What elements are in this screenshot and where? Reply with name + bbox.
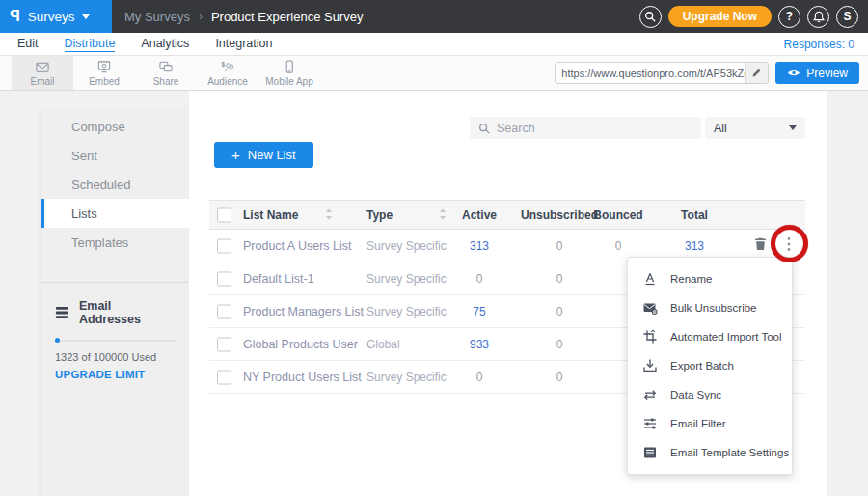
sidebar-items: ComposeSentScheduledListsTemplates <box>41 112 189 257</box>
notifications-button[interactable] <box>807 6 829 28</box>
nav-tab-integration[interactable]: Integration <box>215 37 272 52</box>
count-total: 313 <box>665 239 723 253</box>
menu-item-data-sync[interactable]: Data Sync <box>628 380 792 409</box>
upgrade-now-button[interactable]: Upgrade Now <box>668 6 772 27</box>
column-header-total: Total <box>665 208 723 222</box>
plus-icon: + <box>231 147 240 163</box>
automated-import-icon <box>642 329 658 344</box>
menu-item-label: Email Template Settings <box>670 447 789 458</box>
product-menu-label: Surveys <box>28 10 75 24</box>
list-type: Survey Specific <box>366 305 447 318</box>
email-sidebar: ComposeSentScheduledListsTemplates Email… <box>41 109 189 496</box>
list-name-link[interactable]: Global Products User <box>243 338 358 351</box>
search-input[interactable] <box>497 122 680 135</box>
filter-select[interactable]: All <box>705 117 805 139</box>
menu-item-export-batch[interactable]: Export Batch <box>628 351 792 380</box>
count-active: 0 <box>450 371 508 384</box>
bell-icon <box>813 11 825 23</box>
list-type: Survey Specific <box>366 371 447 384</box>
menu-item-label: Rename <box>670 273 712 285</box>
nav-tab-analytics[interactable]: Analytics <box>141 37 189 52</box>
row-menu-button[interactable] <box>782 236 796 256</box>
distribute-tab-label: Email <box>30 76 54 87</box>
menu-item-automated-import-tool[interactable]: Automated Import Tool <box>628 322 792 351</box>
email-template-settings-icon <box>642 445 658 460</box>
search-icon <box>644 11 656 22</box>
count-active: 313 <box>450 239 508 253</box>
select-all-checkbox[interactable] <box>217 207 231 222</box>
distribute-tab-embed[interactable]: Embed <box>73 56 135 90</box>
row-checkbox[interactable] <box>217 238 231 253</box>
column-header-unsubscribed: Unsubscribed <box>521 208 598 222</box>
bulk-unsubscribe-icon <box>642 300 658 316</box>
help-button[interactable]: ? <box>778 6 800 28</box>
email-usage-dot <box>55 338 60 343</box>
list-type: Global <box>366 338 400 351</box>
checkbox-icon <box>217 207 231 222</box>
count-unsubscribed: 0 <box>521 305 598 318</box>
row-checkbox[interactable] <box>217 337 231 351</box>
row-checkbox[interactable] <box>217 304 231 318</box>
menu-item-rename[interactable]: Rename <box>628 264 792 293</box>
avatar[interactable]: S <box>836 6 858 28</box>
new-list-label: New List <box>248 148 296 162</box>
distribute-tab-email[interactable]: Email <box>12 56 73 90</box>
column-header-name[interactable]: List Name <box>243 208 298 222</box>
row-checkbox[interactable] <box>217 271 231 286</box>
survey-url-field[interactable]: https://www.questionpro.com/t/AP53kZgfo <box>555 62 769 84</box>
search-button[interactable] <box>639 6 662 28</box>
sidebar-item-compose[interactable]: Compose <box>41 112 189 141</box>
edit-url-button[interactable] <box>745 63 768 83</box>
nav-tab-distribute[interactable]: Distribute <box>65 37 116 52</box>
distribute-tab-share[interactable]: Share <box>135 56 197 90</box>
sidebar-item-sent[interactable]: Sent <box>41 141 189 170</box>
sidebar-item-lists[interactable]: Lists <box>41 199 189 228</box>
sort-icon[interactable] <box>439 207 447 224</box>
count-bounced: 0 <box>589 239 647 253</box>
count-unsubscribed: 0 <box>521 239 598 253</box>
menu-item-label: Data Sync <box>670 389 721 400</box>
upgrade-limit-link[interactable]: UPGRADE LIMIT <box>55 369 176 380</box>
menu-item-email-template-settings[interactable]: Email Template Settings <box>628 438 792 467</box>
new-list-button[interactable]: + New List <box>214 142 313 168</box>
column-header-type[interactable]: Type <box>366 208 393 222</box>
distribute-tab-mobile-app[interactable]: Mobile App <box>258 56 320 90</box>
menu-item-bulk-unsubscribe[interactable]: Bulk Unsubscribe <box>628 293 792 322</box>
distribute-tab-label: Share <box>153 76 179 87</box>
list-name-link[interactable]: Product A Users List <box>243 239 352 253</box>
distribute-tab-label: Audience <box>207 76 248 87</box>
column-header-bounced: Bounced <box>589 208 647 222</box>
count-unsubscribed: 0 <box>521 338 598 351</box>
menu-item-email-filter[interactable]: Email Filter <box>628 409 792 438</box>
distribute-tab-audience[interactable]: $Audience <box>197 56 258 90</box>
toolbar-right: https://www.questionpro.com/t/AP53kZgfo … <box>555 62 859 84</box>
list-name-link[interactable]: Product Managers List <box>243 305 364 318</box>
list-type: Survey Specific <box>366 272 447 286</box>
checkbox-icon <box>217 238 231 253</box>
preview-button[interactable]: Preview <box>775 62 859 84</box>
surveys-product-menu[interactable]: P Surveys <box>0 0 112 33</box>
topbar: P Surveys My Surveys › Product Experienc… <box>0 0 868 33</box>
table-header: List NameTypeActiveUnsubscribedBouncedTo… <box>209 200 805 230</box>
count-active: 75 <box>450 305 508 318</box>
sort-icon[interactable] <box>325 207 333 224</box>
sidebar-item-scheduled[interactable]: Scheduled <box>41 170 189 199</box>
pencil-icon <box>751 68 762 78</box>
sidebar-item-templates[interactable]: Templates <box>41 228 189 257</box>
breadcrumb-my-surveys[interactable]: My Surveys <box>124 10 190 24</box>
menu-item-label: Email Filter <box>670 418 726 429</box>
delete-list-button[interactable] <box>753 236 768 255</box>
list-name-link[interactable]: Default List-1 <box>243 272 314 286</box>
count-active: 933 <box>450 338 508 351</box>
menu-item-label: Bulk Unsubscribe <box>670 302 756 314</box>
menu-item-label: Automated Import Tool <box>670 331 782 343</box>
data-sync-icon <box>642 387 658 402</box>
nav-tab-edit[interactable]: Edit <box>17 37 39 52</box>
column-header-active: Active <box>450 208 508 222</box>
breadcrumb: My Surveys › Product Experience Survey <box>112 10 639 24</box>
checkbox-icon <box>217 271 231 286</box>
row-checkbox[interactable] <box>217 370 231 384</box>
list-name-link[interactable]: NY Product Users List <box>243 371 362 384</box>
checkbox-icon <box>217 370 231 384</box>
row-context-menu: RenameBulk UnsubscribeAutomated Import T… <box>627 257 793 475</box>
